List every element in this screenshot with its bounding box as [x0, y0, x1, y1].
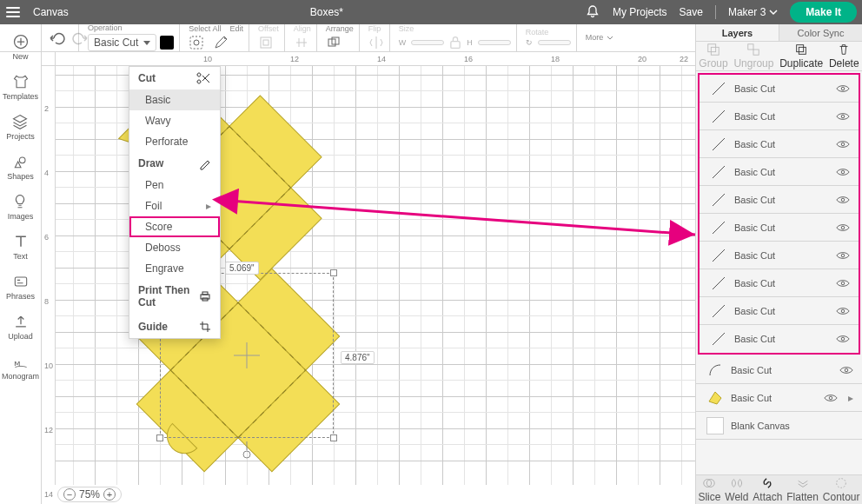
- menu-icon[interactable]: [5, 4, 21, 20]
- rail-images[interactable]: Images: [8, 193, 34, 221]
- machine-picker[interactable]: Maker 3: [728, 6, 778, 18]
- svg-rect-10: [451, 42, 460, 49]
- duplicate-button[interactable]: Duplicate: [779, 43, 823, 70]
- menu-item-deboss[interactable]: Deboss: [129, 237, 220, 258]
- delete-button[interactable]: Delete: [829, 43, 859, 70]
- visibility-icon[interactable]: [836, 306, 850, 316]
- layer-row[interactable]: Basic Cut: [700, 103, 859, 130]
- menu-item-score[interactable]: Score: [129, 216, 220, 237]
- rail-upload[interactable]: Upload: [8, 313, 33, 341]
- machine-label: Maker 3: [728, 6, 766, 18]
- menu-item-engrave[interactable]: Engrave: [129, 258, 220, 279]
- visibility-icon[interactable]: [836, 83, 850, 94]
- rail-phrases[interactable]: Phrases: [6, 273, 35, 301]
- svg-point-35: [841, 115, 845, 118]
- chevron-right-icon: ▸: [848, 392, 853, 404]
- layer-row[interactable]: Basic Cut: [700, 75, 859, 103]
- make-it-button[interactable]: Make It: [790, 2, 857, 23]
- select-all-button[interactable]: [189, 35, 204, 50]
- flip-label: Flip: [368, 25, 381, 33]
- zoom-in-button[interactable]: +: [103, 488, 116, 501]
- visibility-icon[interactable]: [836, 278, 850, 288]
- layer-row[interactable]: Basic Cut: [700, 297, 859, 325]
- layer-row[interactable]: Basic Cut: [700, 269, 859, 297]
- weld-button[interactable]: Weld: [725, 476, 748, 503]
- save-button[interactable]: Save: [680, 6, 703, 18]
- size-label: Size: [399, 25, 414, 33]
- rail-monogram[interactable]: ᴍ Monogram: [2, 353, 39, 381]
- visibility-icon[interactable]: [836, 111, 850, 122]
- visibility-icon[interactable]: [836, 195, 850, 205]
- width-input[interactable]: [411, 40, 444, 45]
- lock-icon[interactable]: [448, 35, 463, 50]
- visibility-icon[interactable]: [836, 250, 850, 261]
- menu-item-pen[interactable]: Pen: [129, 175, 220, 196]
- visibility-icon[interactable]: [836, 167, 850, 177]
- pen-icon: [199, 157, 211, 169]
- menu-item-wavy[interactable]: Wavy: [129, 110, 220, 131]
- canvas[interactable]: 5.069" 4.876" Cut Basic Wavy Perforate D…: [56, 66, 695, 485]
- layer-row[interactable]: Basic Cut: [700, 130, 859, 158]
- layer-row[interactable]: Basic Cut: [696, 356, 862, 384]
- rail-text[interactable]: Text: [12, 233, 30, 261]
- menu-item-foil[interactable]: Foil▸: [129, 196, 220, 216]
- chevron-down-icon: [607, 36, 613, 40]
- rotate-icon: ↻: [526, 38, 533, 47]
- arrange-button[interactable]: [326, 35, 341, 50]
- document-name[interactable]: Boxes*: [81, 6, 573, 18]
- ruler-horizontal: 10 12 14 16 18 20 22: [56, 52, 695, 66]
- color-swatch[interactable]: [160, 36, 174, 50]
- slice-button[interactable]: Slice: [698, 476, 720, 503]
- align-button[interactable]: [294, 35, 309, 50]
- tab-layers[interactable]: Layers: [696, 24, 779, 41]
- group-button[interactable]: Group: [699, 43, 727, 70]
- my-projects-link[interactable]: My Projects: [613, 6, 667, 18]
- offset-button[interactable]: [258, 35, 274, 50]
- rail-projects[interactable]: Projects: [6, 113, 35, 141]
- visibility-icon[interactable]: [839, 365, 853, 375]
- edit-button[interactable]: [213, 35, 229, 50]
- svg-line-44: [713, 249, 725, 262]
- rotate-handle-icon[interactable]: [241, 441, 253, 459]
- svg-line-42: [713, 222, 725, 234]
- contour-button[interactable]: Contour: [823, 476, 860, 503]
- svg-rect-3: [190, 36, 202, 49]
- operation-dropdown[interactable]: Cut Basic Wavy Perforate Draw Pen Foil▸ …: [129, 66, 221, 339]
- menu-item-basic[interactable]: Basic: [129, 90, 220, 110]
- layer-row[interactable]: Basic Cut▸: [696, 384, 862, 412]
- flip-button[interactable]: [368, 35, 384, 50]
- rotate-input[interactable]: [538, 40, 571, 45]
- layer-blank-canvas[interactable]: Blank Canvas: [696, 412, 862, 440]
- rail-shapes[interactable]: Shapes: [7, 153, 34, 181]
- menu-item-perforate[interactable]: Perforate: [129, 131, 220, 152]
- visibility-icon[interactable]: [836, 222, 850, 233]
- bell-icon[interactable]: [585, 4, 600, 20]
- ungroup-button[interactable]: Ungroup: [733, 43, 773, 70]
- monogram-icon: ᴍ: [12, 353, 30, 370]
- zoom-out-button[interactable]: −: [63, 488, 76, 501]
- more-button[interactable]: More: [586, 34, 604, 42]
- layer-row[interactable]: Basic Cut: [700, 186, 859, 214]
- svg-line-32: [713, 83, 725, 95]
- tab-colorsync[interactable]: Color Sync: [779, 24, 862, 41]
- visibility-icon[interactable]: [824, 393, 838, 403]
- layer-row[interactable]: Basic Cut: [700, 158, 859, 186]
- undo-button[interactable]: [49, 30, 64, 46]
- menu-item-guide[interactable]: Guide: [138, 321, 168, 333]
- attach-button[interactable]: Attach: [753, 476, 782, 503]
- chevron-down-icon: [143, 41, 150, 45]
- visibility-icon[interactable]: [836, 139, 850, 149]
- rail-templates[interactable]: Templates: [3, 73, 38, 101]
- rotate-label: Rotate: [526, 29, 549, 36]
- menu-header-cut: Cut: [138, 72, 156, 84]
- svg-point-51: [841, 337, 845, 341]
- visibility-icon[interactable]: [836, 334, 850, 344]
- operation-select[interactable]: Basic Cut: [88, 34, 156, 51]
- layer-row[interactable]: Basic Cut: [700, 242, 859, 269]
- height-input[interactable]: [478, 40, 511, 45]
- layer-row[interactable]: Basic Cut: [700, 325, 859, 353]
- redo-button[interactable]: [73, 30, 89, 46]
- flatten-button[interactable]: Flatten: [786, 476, 819, 503]
- layer-row[interactable]: Basic Cut: [700, 214, 859, 242]
- zoom-control[interactable]: − 75% +: [57, 487, 122, 502]
